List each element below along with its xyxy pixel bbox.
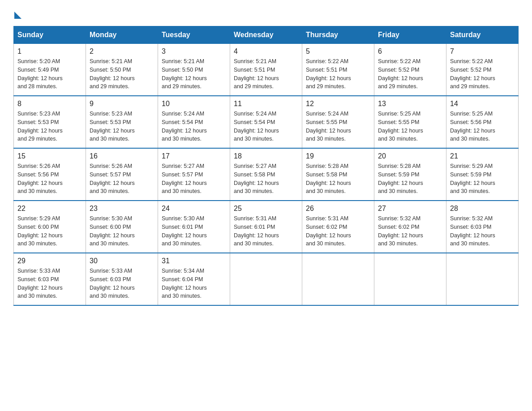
calendar-cell: 7 Sunrise: 5:22 AM Sunset: 5:52 PM Dayli… [446, 44, 519, 96]
calendar-week-row: 15 Sunrise: 5:26 AM Sunset: 5:56 PM Dayl… [14, 148, 519, 201]
calendar-cell: 1 Sunrise: 5:20 AM Sunset: 5:49 PM Dayli… [14, 44, 86, 96]
day-number: 13 [378, 100, 442, 108]
day-info: Sunrise: 5:31 AM Sunset: 6:01 PM Dayligh… [234, 214, 298, 248]
weekday-header-thursday: Thursday [302, 26, 374, 44]
day-number: 22 [17, 205, 82, 213]
day-number: 7 [450, 47, 515, 56]
calendar-cell: 23 Sunrise: 5:30 AM Sunset: 6:00 PM Dayl… [86, 201, 158, 253]
day-info: Sunrise: 5:30 AM Sunset: 6:00 PM Dayligh… [90, 214, 154, 248]
weekday-header-wednesday: Wednesday [230, 26, 302, 44]
day-number: 6 [378, 47, 442, 56]
calendar-cell: 25 Sunrise: 5:31 AM Sunset: 6:01 PM Dayl… [230, 201, 302, 253]
day-number: 17 [162, 152, 226, 160]
calendar-cell: 5 Sunrise: 5:22 AM Sunset: 5:51 PM Dayli… [302, 44, 374, 96]
calendar-cell: 26 Sunrise: 5:31 AM Sunset: 6:02 PM Dayl… [302, 201, 374, 253]
day-info: Sunrise: 5:26 AM Sunset: 5:57 PM Dayligh… [90, 162, 154, 196]
day-number: 9 [90, 100, 154, 108]
calendar-cell: 16 Sunrise: 5:26 AM Sunset: 5:57 PM Dayl… [86, 148, 158, 201]
weekday-header-monday: Monday [86, 26, 158, 44]
day-info: Sunrise: 5:23 AM Sunset: 5:53 PM Dayligh… [90, 110, 154, 143]
day-info: Sunrise: 5:29 AM Sunset: 5:59 PM Dayligh… [450, 162, 515, 196]
day-info: Sunrise: 5:22 AM Sunset: 5:52 PM Dayligh… [378, 57, 442, 91]
day-number: 20 [378, 152, 442, 160]
day-info: Sunrise: 5:25 AM Sunset: 5:56 PM Dayligh… [450, 110, 515, 143]
calendar-body: 1 Sunrise: 5:20 AM Sunset: 5:49 PM Dayli… [14, 44, 519, 306]
day-number: 2 [90, 47, 154, 56]
day-number: 24 [162, 205, 226, 213]
logo [13, 9, 21, 17]
day-info: Sunrise: 5:33 AM Sunset: 6:03 PM Dayligh… [90, 267, 154, 300]
day-number: 23 [90, 205, 154, 213]
day-number: 28 [450, 205, 515, 213]
calendar-cell: 6 Sunrise: 5:22 AM Sunset: 5:52 PM Dayli… [374, 44, 446, 96]
calendar-header-row: SundayMondayTuesdayWednesdayThursdayFrid… [14, 26, 519, 44]
day-info: Sunrise: 5:28 AM Sunset: 5:58 PM Dayligh… [306, 162, 370, 196]
calendar-cell [230, 253, 302, 305]
calendar-cell: 31 Sunrise: 5:34 AM Sunset: 6:04 PM Dayl… [158, 253, 230, 305]
calendar-cell: 11 Sunrise: 5:24 AM Sunset: 5:54 PM Dayl… [230, 96, 302, 148]
calendar-cell: 19 Sunrise: 5:28 AM Sunset: 5:58 PM Dayl… [302, 148, 374, 201]
calendar-table: SundayMondayTuesdayWednesdayThursdayFrid… [13, 26, 519, 306]
calendar-week-row: 29 Sunrise: 5:33 AM Sunset: 6:03 PM Dayl… [14, 253, 519, 305]
day-info: Sunrise: 5:33 AM Sunset: 6:03 PM Dayligh… [17, 267, 82, 300]
day-number: 30 [90, 257, 154, 265]
day-info: Sunrise: 5:27 AM Sunset: 5:57 PM Dayligh… [162, 162, 226, 196]
calendar-cell: 8 Sunrise: 5:23 AM Sunset: 5:53 PM Dayli… [14, 96, 86, 148]
day-info: Sunrise: 5:34 AM Sunset: 6:04 PM Dayligh… [162, 267, 226, 300]
day-info: Sunrise: 5:21 AM Sunset: 5:50 PM Dayligh… [90, 57, 154, 91]
day-info: Sunrise: 5:21 AM Sunset: 5:50 PM Dayligh… [162, 57, 226, 91]
calendar-cell: 22 Sunrise: 5:29 AM Sunset: 6:00 PM Dayl… [14, 201, 86, 253]
day-info: Sunrise: 5:22 AM Sunset: 5:52 PM Dayligh… [450, 57, 515, 91]
day-number: 25 [234, 205, 298, 213]
calendar-cell: 18 Sunrise: 5:27 AM Sunset: 5:58 PM Dayl… [230, 148, 302, 201]
day-info: Sunrise: 5:24 AM Sunset: 5:55 PM Dayligh… [306, 110, 370, 143]
day-number: 11 [234, 100, 298, 108]
day-number: 29 [17, 257, 82, 265]
calendar-cell: 9 Sunrise: 5:23 AM Sunset: 5:53 PM Dayli… [86, 96, 158, 148]
calendar-cell: 30 Sunrise: 5:33 AM Sunset: 6:03 PM Dayl… [86, 253, 158, 305]
day-number: 18 [234, 152, 298, 160]
calendar-cell: 3 Sunrise: 5:21 AM Sunset: 5:50 PM Dayli… [158, 44, 230, 96]
calendar-cell [446, 253, 519, 305]
day-number: 14 [450, 100, 515, 108]
day-info: Sunrise: 5:20 AM Sunset: 5:49 PM Dayligh… [17, 57, 82, 91]
day-info: Sunrise: 5:32 AM Sunset: 6:02 PM Dayligh… [378, 214, 442, 248]
day-number: 4 [234, 47, 298, 56]
calendar-cell [374, 253, 446, 305]
day-info: Sunrise: 5:21 AM Sunset: 5:51 PM Dayligh… [234, 57, 298, 91]
day-info: Sunrise: 5:25 AM Sunset: 5:55 PM Dayligh… [378, 110, 442, 143]
day-number: 27 [378, 205, 442, 213]
calendar-week-row: 22 Sunrise: 5:29 AM Sunset: 6:00 PM Dayl… [14, 201, 519, 253]
day-number: 31 [162, 257, 226, 265]
day-info: Sunrise: 5:27 AM Sunset: 5:58 PM Dayligh… [234, 162, 298, 196]
calendar-cell [302, 253, 374, 305]
weekday-header-tuesday: Tuesday [158, 26, 230, 44]
day-number: 8 [17, 100, 82, 108]
day-info: Sunrise: 5:24 AM Sunset: 5:54 PM Dayligh… [234, 110, 298, 143]
calendar-cell: 17 Sunrise: 5:27 AM Sunset: 5:57 PM Dayl… [158, 148, 230, 201]
page-header [13, 9, 519, 17]
day-info: Sunrise: 5:29 AM Sunset: 6:00 PM Dayligh… [17, 214, 82, 248]
logo-triangle-icon [14, 12, 21, 19]
day-number: 3 [162, 47, 226, 56]
day-number: 15 [17, 152, 82, 160]
day-number: 5 [306, 47, 370, 56]
calendar-cell: 21 Sunrise: 5:29 AM Sunset: 5:59 PM Dayl… [446, 148, 519, 201]
calendar-cell: 28 Sunrise: 5:32 AM Sunset: 6:03 PM Dayl… [446, 201, 519, 253]
day-info: Sunrise: 5:31 AM Sunset: 6:02 PM Dayligh… [306, 214, 370, 248]
calendar-week-row: 8 Sunrise: 5:23 AM Sunset: 5:53 PM Dayli… [14, 96, 519, 148]
calendar-cell: 12 Sunrise: 5:24 AM Sunset: 5:55 PM Dayl… [302, 96, 374, 148]
day-number: 16 [90, 152, 154, 160]
calendar-cell: 29 Sunrise: 5:33 AM Sunset: 6:03 PM Dayl… [14, 253, 86, 305]
weekday-header-sunday: Sunday [14, 26, 86, 44]
calendar-cell: 20 Sunrise: 5:28 AM Sunset: 5:59 PM Dayl… [374, 148, 446, 201]
calendar-cell: 15 Sunrise: 5:26 AM Sunset: 5:56 PM Dayl… [14, 148, 86, 201]
day-info: Sunrise: 5:28 AM Sunset: 5:59 PM Dayligh… [378, 162, 442, 196]
calendar-cell: 10 Sunrise: 5:24 AM Sunset: 5:54 PM Dayl… [158, 96, 230, 148]
day-number: 19 [306, 152, 370, 160]
calendar-cell: 2 Sunrise: 5:21 AM Sunset: 5:50 PM Dayli… [86, 44, 158, 96]
day-number: 12 [306, 100, 370, 108]
day-number: 26 [306, 205, 370, 213]
calendar-cell: 27 Sunrise: 5:32 AM Sunset: 6:02 PM Dayl… [374, 201, 446, 253]
calendar-cell: 14 Sunrise: 5:25 AM Sunset: 5:56 PM Dayl… [446, 96, 519, 148]
